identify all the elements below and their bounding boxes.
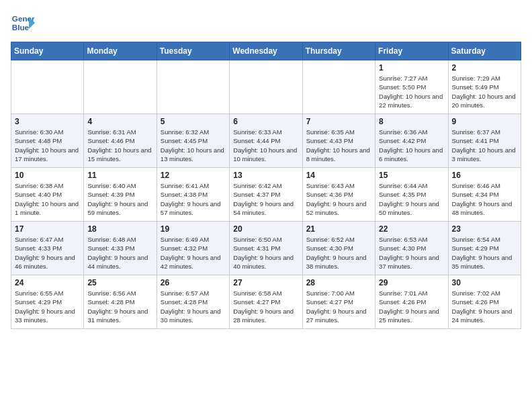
calendar-cell: 7Sunrise: 6:35 AM Sunset: 4:43 PM Daylig… xyxy=(302,114,375,168)
day-number: 29 xyxy=(379,278,444,287)
day-number: 22 xyxy=(379,224,444,234)
weekday-header-wednesday: Wednesday xyxy=(230,42,302,60)
day-number: 17 xyxy=(15,224,80,234)
day-info: Sunrise: 7:00 AM Sunset: 4:27 PM Dayligh… xyxy=(306,289,371,324)
day-info: Sunrise: 7:27 AM Sunset: 5:50 PM Dayligh… xyxy=(379,74,444,109)
day-info: Sunrise: 6:52 AM Sunset: 4:30 PM Dayligh… xyxy=(306,235,371,271)
day-number: 30 xyxy=(452,278,517,287)
calendar-cell xyxy=(11,60,84,114)
day-info: Sunrise: 6:40 AM Sunset: 4:39 PM Dayligh… xyxy=(87,181,152,217)
calendar-cell: 20Sunrise: 6:50 AM Sunset: 4:31 PM Dayli… xyxy=(230,222,302,275)
day-number: 23 xyxy=(452,224,517,234)
day-info: Sunrise: 6:44 AM Sunset: 4:35 PM Dayligh… xyxy=(379,181,444,217)
calendar-cell: 16Sunrise: 6:46 AM Sunset: 4:34 PM Dayli… xyxy=(448,168,521,222)
day-info: Sunrise: 6:49 AM Sunset: 4:32 PM Dayligh… xyxy=(161,235,226,271)
calendar-cell: 2Sunrise: 7:29 AM Sunset: 5:49 PM Daylig… xyxy=(448,60,521,114)
calendar-cell xyxy=(157,60,229,114)
day-info: Sunrise: 6:30 AM Sunset: 4:48 PM Dayligh… xyxy=(15,128,80,163)
calendar-cell: 19Sunrise: 6:49 AM Sunset: 4:32 PM Dayli… xyxy=(157,222,229,275)
calendar-cell: 10Sunrise: 6:38 AM Sunset: 4:40 PM Dayli… xyxy=(11,168,84,222)
day-info: Sunrise: 6:46 AM Sunset: 4:34 PM Dayligh… xyxy=(452,181,517,217)
week-row-3: 10Sunrise: 6:38 AM Sunset: 4:40 PM Dayli… xyxy=(11,168,521,222)
day-info: Sunrise: 7:02 AM Sunset: 4:26 PM Dayligh… xyxy=(452,289,517,324)
calendar-cell: 30Sunrise: 7:02 AM Sunset: 4:26 PM Dayli… xyxy=(448,275,521,329)
week-row-5: 24Sunrise: 6:55 AM Sunset: 4:29 PM Dayli… xyxy=(11,275,521,329)
day-info: Sunrise: 6:50 AM Sunset: 4:31 PM Dayligh… xyxy=(233,235,298,271)
day-number: 3 xyxy=(15,117,80,126)
day-info: Sunrise: 6:55 AM Sunset: 4:29 PM Dayligh… xyxy=(15,289,80,324)
calendar-header: SundayMondayTuesdayWednesdayThursdayFrid… xyxy=(11,42,521,60)
day-number: 25 xyxy=(87,278,152,287)
weekday-header-saturday: Saturday xyxy=(448,42,521,60)
calendar-cell: 5Sunrise: 6:32 AM Sunset: 4:45 PM Daylig… xyxy=(157,114,229,168)
calendar-cell: 12Sunrise: 6:41 AM Sunset: 4:38 PM Dayli… xyxy=(157,168,229,222)
day-number: 7 xyxy=(306,117,371,126)
day-number: 2 xyxy=(452,63,517,73)
calendar-cell: 27Sunrise: 6:58 AM Sunset: 4:27 PM Dayli… xyxy=(230,275,302,329)
calendar-cell: 15Sunrise: 6:44 AM Sunset: 4:35 PM Dayli… xyxy=(375,168,448,222)
day-number: 9 xyxy=(452,117,517,126)
weekday-header-friday: Friday xyxy=(375,42,448,60)
day-number: 20 xyxy=(233,224,298,234)
calendar-cell: 6Sunrise: 6:33 AM Sunset: 4:44 PM Daylig… xyxy=(230,114,302,168)
calendar-table: SundayMondayTuesdayWednesdayThursdayFrid… xyxy=(11,42,521,329)
day-number: 18 xyxy=(87,224,152,234)
day-number: 12 xyxy=(161,171,226,180)
day-info: Sunrise: 6:58 AM Sunset: 4:27 PM Dayligh… xyxy=(233,289,298,324)
day-info: Sunrise: 6:56 AM Sunset: 4:28 PM Dayligh… xyxy=(87,289,152,324)
day-info: Sunrise: 6:38 AM Sunset: 4:40 PM Dayligh… xyxy=(15,181,80,217)
calendar-cell xyxy=(84,60,157,114)
page-header: General Blue xyxy=(11,11,521,35)
weekday-header-sunday: Sunday xyxy=(11,42,84,60)
day-number: 15 xyxy=(379,171,444,180)
calendar-cell xyxy=(302,60,375,114)
day-number: 8 xyxy=(379,117,444,126)
calendar-cell: 21Sunrise: 6:52 AM Sunset: 4:30 PM Dayli… xyxy=(302,222,375,275)
day-number: 24 xyxy=(15,278,80,287)
calendar-cell: 8Sunrise: 6:36 AM Sunset: 4:42 PM Daylig… xyxy=(375,114,448,168)
day-info: Sunrise: 6:35 AM Sunset: 4:43 PM Dayligh… xyxy=(306,128,371,163)
day-info: Sunrise: 6:43 AM Sunset: 4:36 PM Dayligh… xyxy=(306,181,371,217)
day-info: Sunrise: 6:31 AM Sunset: 4:46 PM Dayligh… xyxy=(87,128,152,163)
calendar-cell: 22Sunrise: 6:53 AM Sunset: 4:30 PM Dayli… xyxy=(375,222,448,275)
day-info: Sunrise: 7:01 AM Sunset: 4:26 PM Dayligh… xyxy=(379,289,444,324)
logo-icon: General Blue xyxy=(11,11,35,35)
calendar-cell: 23Sunrise: 6:54 AM Sunset: 4:29 PM Dayli… xyxy=(448,222,521,275)
day-number: 28 xyxy=(306,278,371,287)
day-number: 1 xyxy=(379,63,444,73)
day-info: Sunrise: 6:47 AM Sunset: 4:33 PM Dayligh… xyxy=(15,235,80,271)
calendar-cell: 14Sunrise: 6:43 AM Sunset: 4:36 PM Dayli… xyxy=(302,168,375,222)
calendar-cell: 24Sunrise: 6:55 AM Sunset: 4:29 PM Dayli… xyxy=(11,275,84,329)
calendar-cell: 17Sunrise: 6:47 AM Sunset: 4:33 PM Dayli… xyxy=(11,222,84,275)
calendar-cell: 13Sunrise: 6:42 AM Sunset: 4:37 PM Dayli… xyxy=(230,168,302,222)
day-number: 19 xyxy=(161,224,226,234)
day-info: Sunrise: 6:33 AM Sunset: 4:44 PM Dayligh… xyxy=(233,128,298,163)
day-number: 4 xyxy=(87,117,152,126)
calendar-cell: 18Sunrise: 6:48 AM Sunset: 4:33 PM Dayli… xyxy=(84,222,157,275)
calendar-cell: 3Sunrise: 6:30 AM Sunset: 4:48 PM Daylig… xyxy=(11,114,84,168)
calendar-cell: 11Sunrise: 6:40 AM Sunset: 4:39 PM Dayli… xyxy=(84,168,157,222)
day-info: Sunrise: 6:41 AM Sunset: 4:38 PM Dayligh… xyxy=(161,181,226,217)
calendar-cell: 1Sunrise: 7:27 AM Sunset: 5:50 PM Daylig… xyxy=(375,60,448,114)
day-info: Sunrise: 6:32 AM Sunset: 4:45 PM Dayligh… xyxy=(161,128,226,163)
svg-text:Blue: Blue xyxy=(12,23,30,32)
calendar-cell: 28Sunrise: 7:00 AM Sunset: 4:27 PM Dayli… xyxy=(302,275,375,329)
weekday-header-monday: Monday xyxy=(84,42,157,60)
day-info: Sunrise: 6:57 AM Sunset: 4:28 PM Dayligh… xyxy=(161,289,226,324)
calendar-cell xyxy=(230,60,302,114)
calendar-cell: 26Sunrise: 6:57 AM Sunset: 4:28 PM Dayli… xyxy=(157,275,229,329)
day-number: 6 xyxy=(233,117,298,126)
day-number: 27 xyxy=(233,278,298,287)
day-number: 13 xyxy=(233,171,298,180)
calendar-cell: 25Sunrise: 6:56 AM Sunset: 4:28 PM Dayli… xyxy=(84,275,157,329)
weekday-header-row: SundayMondayTuesdayWednesdayThursdayFrid… xyxy=(11,42,521,60)
week-row-1: 1Sunrise: 7:27 AM Sunset: 5:50 PM Daylig… xyxy=(11,60,521,114)
logo: General Blue xyxy=(11,11,35,35)
day-info: Sunrise: 7:29 AM Sunset: 5:49 PM Dayligh… xyxy=(452,74,517,109)
calendar-cell: 4Sunrise: 6:31 AM Sunset: 4:46 PM Daylig… xyxy=(84,114,157,168)
calendar-cell: 9Sunrise: 6:37 AM Sunset: 4:41 PM Daylig… xyxy=(448,114,521,168)
day-number: 10 xyxy=(15,171,80,180)
day-number: 26 xyxy=(161,278,226,287)
day-info: Sunrise: 6:36 AM Sunset: 4:42 PM Dayligh… xyxy=(379,128,444,163)
day-info: Sunrise: 6:48 AM Sunset: 4:33 PM Dayligh… xyxy=(87,235,152,271)
